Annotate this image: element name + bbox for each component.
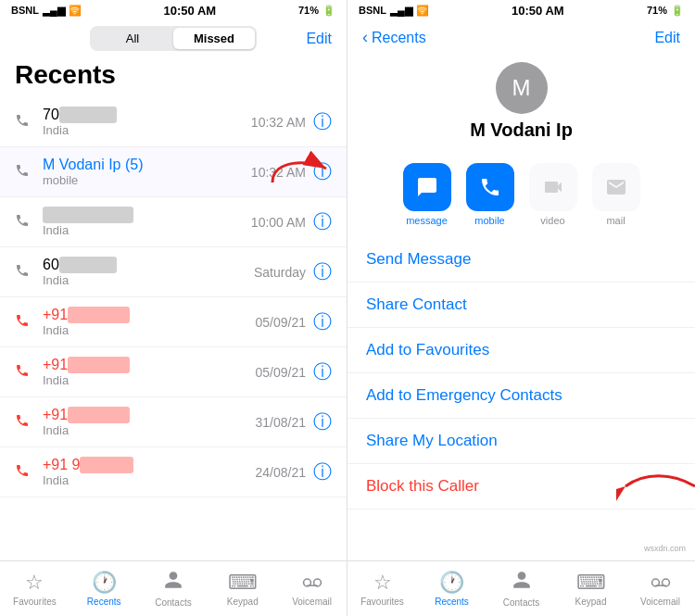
svg-rect-3 xyxy=(307,585,317,586)
watermark: wsxdn.com xyxy=(644,544,686,553)
action-mobile[interactable]: mobile xyxy=(466,163,514,226)
action-emergency-contacts[interactable]: Add to Emergency Contacts xyxy=(348,373,695,419)
right-carrier: BSNL xyxy=(359,5,386,16)
call-info: +91 India xyxy=(43,357,256,387)
call-time: 10:32 AM xyxy=(251,115,306,130)
right-tab-recents-label: Recents xyxy=(435,597,469,607)
message-icon-circle xyxy=(403,163,451,211)
action-send-message[interactable]: Send Message xyxy=(348,237,695,283)
message-label: message xyxy=(406,215,448,226)
call-info: +91 India xyxy=(43,307,256,337)
right-star-icon: ☆ xyxy=(373,571,392,595)
right-tab-recents[interactable]: 🕐 Recents xyxy=(417,561,486,616)
left-battery-icon: 🔋 xyxy=(322,5,335,17)
right-edit-button[interactable]: Edit xyxy=(654,30,680,46)
call-sub: India xyxy=(43,473,256,487)
phone-icon xyxy=(15,163,33,182)
right-tab-keypad-label: Keypad xyxy=(575,597,607,607)
right-battery-icon: 🔋 xyxy=(671,5,684,17)
svg-rect-7 xyxy=(655,585,665,586)
call-item-vodani: M Vodani Ip (5) mobile 10:32 AM ⓘ xyxy=(0,147,347,197)
call-name: +91 xyxy=(43,357,256,373)
call-item: 60 India Saturday ⓘ xyxy=(0,247,347,297)
contacts-icon xyxy=(163,570,183,596)
tab-recents[interactable]: 🕐 Recents xyxy=(70,561,139,616)
action-block-caller[interactable]: Block this Caller xyxy=(348,464,695,509)
call-info-vodani: M Vodani Ip (5) mobile xyxy=(43,157,251,187)
tab-contacts[interactable]: Contacts xyxy=(139,561,208,616)
right-wifi-icon: 🛜 xyxy=(416,5,429,17)
call-name: +91 xyxy=(43,307,256,323)
vodani-info-button[interactable]: ⓘ xyxy=(313,159,332,184)
call-info: 70 India xyxy=(43,107,251,137)
call-name: +91 xyxy=(43,407,256,423)
info-button[interactable]: ⓘ xyxy=(313,109,332,134)
right-tab-keypad[interactable]: ⌨ Keypad xyxy=(556,561,626,616)
mail-icon-circle xyxy=(592,163,640,211)
action-share-contact[interactable]: Share Contact xyxy=(348,283,695,328)
info-button[interactable]: ⓘ xyxy=(313,309,332,334)
recents-icon: 🕐 xyxy=(92,571,117,595)
right-tab-voicemail-label: Voicemail xyxy=(640,597,680,607)
call-sub: India xyxy=(43,123,251,137)
right-keypad-icon: ⌨ xyxy=(576,571,606,595)
info-button[interactable]: ⓘ xyxy=(313,359,332,384)
info-button[interactable]: ⓘ xyxy=(313,259,332,284)
call-time: 31/08/21 xyxy=(256,415,307,430)
phone-icon xyxy=(15,263,33,282)
right-signal-icon: ▂▄▆ xyxy=(390,5,412,17)
action-add-favourites[interactable]: Add to Favourites xyxy=(348,328,695,373)
info-button[interactable]: ⓘ xyxy=(313,409,332,434)
call-time: Saturday xyxy=(254,265,306,280)
right-time: 10:50 AM xyxy=(512,4,564,18)
phone-icon xyxy=(15,463,33,482)
action-share-location[interactable]: Share My Location xyxy=(348,419,695,464)
call-list: 70 India 10:32 AM ⓘ M Vodani Ip (5) mobi… xyxy=(0,97,347,560)
tab-voicemail-label: Voicemail xyxy=(292,597,332,607)
action-video[interactable]: video xyxy=(529,163,577,226)
video-label: video xyxy=(540,215,564,226)
action-message[interactable]: message xyxy=(403,163,451,226)
info-button[interactable]: ⓘ xyxy=(313,209,332,234)
left-wifi-icon: 🛜 xyxy=(69,5,82,17)
call-info: India xyxy=(43,207,251,237)
right-panel: BSNL ▂▄▆ 🛜 10:50 AM 71% 🔋 ‹ Recents Edit… xyxy=(348,0,695,616)
voicemail-icon xyxy=(302,571,322,595)
tab-recents-label: Recents xyxy=(87,597,121,607)
left-edit-button[interactable]: Edit xyxy=(306,31,332,47)
recents-nav: All Missed Edit xyxy=(0,20,347,57)
segment-missed[interactable]: Missed xyxy=(173,28,255,49)
keypad-icon: ⌨ xyxy=(228,571,258,595)
call-item: +91 India 31/08/21 ⓘ xyxy=(0,397,347,447)
mobile-label: mobile xyxy=(474,215,504,226)
left-panel: BSNL ▂▄▆ 🛜 10:50 AM 71% 🔋 All Missed Edi… xyxy=(0,0,348,616)
right-tab-contacts[interactable]: Contacts xyxy=(486,561,556,616)
call-time: 05/09/21 xyxy=(256,315,307,330)
left-tab-bar: ☆ Favourites 🕐 Recents Contacts ⌨ Keypad xyxy=(0,560,347,616)
tab-contacts-label: Contacts xyxy=(155,597,191,608)
info-button[interactable]: ⓘ xyxy=(313,459,332,484)
segment-control: All Missed xyxy=(90,26,257,51)
right-status-bar: BSNL ▂▄▆ 🛜 10:50 AM 71% 🔋 xyxy=(348,0,695,20)
right-tab-voicemail[interactable]: Voicemail xyxy=(626,561,695,616)
tab-voicemail[interactable]: Voicemail xyxy=(277,561,347,616)
tab-favourites[interactable]: ☆ Favourites xyxy=(0,561,70,616)
action-icons-row: message mobile video mail xyxy=(348,152,695,237)
tab-keypad[interactable]: ⌨ Keypad xyxy=(208,561,277,616)
vodani-name: M Vodani Ip (5) xyxy=(43,157,251,173)
vodani-time: 10:32 AM xyxy=(251,165,306,180)
right-tab-favourites[interactable]: ☆ Favourites xyxy=(348,561,417,616)
segment-all[interactable]: All xyxy=(92,28,173,49)
right-voicemail-icon xyxy=(651,571,671,595)
action-mail[interactable]: mail xyxy=(592,163,640,226)
contact-avatar: M xyxy=(496,62,548,114)
right-nav: ‹ Recents Edit xyxy=(348,20,695,55)
call-item: +91 9 India 24/08/21 ⓘ xyxy=(0,447,347,497)
back-button[interactable]: ‹ Recents xyxy=(362,28,426,47)
call-name: 60 xyxy=(43,257,254,273)
red-arrow-right xyxy=(616,468,695,505)
call-time: 10:00 AM xyxy=(251,215,306,230)
right-recents-icon: 🕐 xyxy=(439,571,464,595)
tab-favourites-label: Favourites xyxy=(13,597,57,607)
mobile-icon-circle xyxy=(466,163,514,211)
